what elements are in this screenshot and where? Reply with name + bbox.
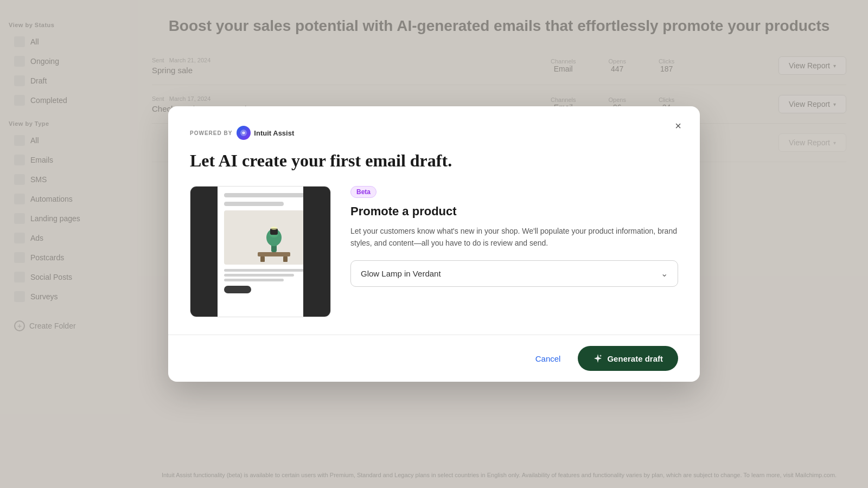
modal-footer: Cancel Generate draft: [168, 335, 700, 382]
preview-mini-line: [224, 269, 309, 272]
preview-line: [224, 202, 284, 206]
modal-title: Let AI create your first email draft.: [190, 151, 678, 171]
product-dropdown[interactable]: Glow Lamp in Verdant ⌄: [350, 260, 678, 287]
modal-brand-header: POWERED BY Intuit Assist: [190, 126, 678, 140]
close-icon: ×: [675, 120, 681, 132]
intuit-logo-icon: [237, 126, 251, 140]
preview-cta-button: [224, 286, 251, 293]
preview-inner: [190, 187, 330, 317]
svg-point-0: [240, 130, 247, 136]
selected-product: Glow Lamp in Verdant: [361, 269, 441, 278]
cancel-button[interactable]: Cancel: [527, 349, 570, 369]
modal-main-content: Beta Promote a product Let your customer…: [190, 186, 678, 317]
promote-title: Promote a product: [350, 204, 678, 219]
preview-line: [224, 193, 314, 197]
preview-sidebar-left: [190, 187, 218, 317]
ai-draft-modal: POWERED BY Intuit Assist × L: [168, 106, 700, 382]
svg-rect-2: [260, 256, 265, 262]
intuit-badge: Intuit Assist: [237, 126, 294, 140]
modal-overlay: POWERED BY Intuit Assist × L: [0, 0, 868, 488]
chevron-down-icon: ⌄: [661, 268, 668, 279]
generate-draft-button[interactable]: Generate draft: [578, 346, 678, 371]
preview-sidebar-right: [303, 187, 330, 317]
sparkle-icon: [593, 354, 603, 363]
svg-rect-1: [258, 252, 290, 256]
preview-mini-line: [224, 279, 284, 281]
svg-point-9: [600, 355, 602, 357]
close-button[interactable]: ×: [669, 117, 687, 134]
preview-mini-line: [224, 274, 294, 277]
powered-by-text: POWERED BY: [190, 130, 232, 136]
beta-badge: Beta: [350, 186, 376, 198]
promote-description: Let your customers know what's new in yo…: [350, 225, 678, 249]
intuit-assist-label: Intuit Assist: [254, 129, 294, 137]
generate-label: Generate draft: [607, 354, 663, 363]
modal-right-panel: Beta Promote a product Let your customer…: [350, 186, 678, 317]
modal-body: POWERED BY Intuit Assist × L: [168, 106, 700, 335]
svg-rect-3: [283, 256, 288, 262]
svg-point-8: [271, 227, 277, 230]
email-preview-image: [190, 186, 331, 317]
